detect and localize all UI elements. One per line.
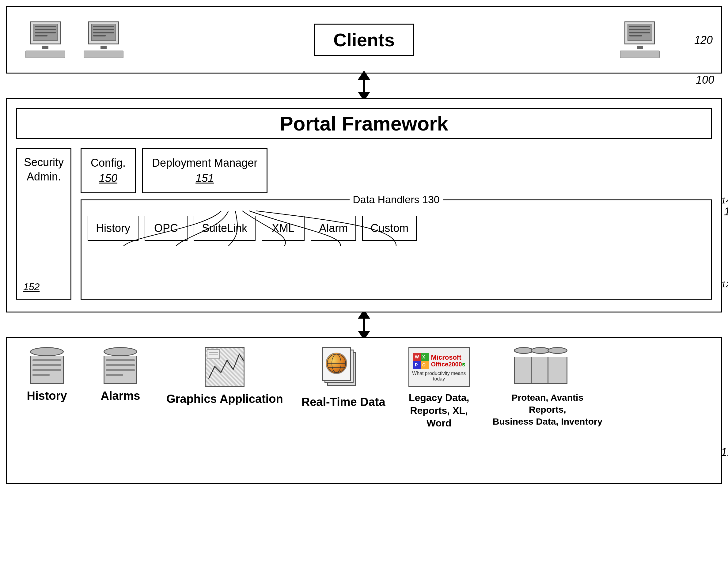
arrow-head-up-1 xyxy=(358,70,370,80)
multi-cylinder xyxy=(514,347,581,387)
security-admin-ref: 152 xyxy=(23,281,40,293)
monitor-screen-3 xyxy=(628,24,652,41)
graphics-app-label: Graphics Application xyxy=(166,392,283,407)
data-handlers-box: Data Handlers 130 History OPC xyxy=(81,199,712,300)
arrow-shaft-2 xyxy=(363,319,365,331)
alarms-label: Alarms xyxy=(101,388,140,403)
svg-rect-0 xyxy=(207,350,219,359)
handler-boxes: History OPC SuiteLink XML Alarm Custom xyxy=(88,216,705,241)
ref-140: 140 xyxy=(721,196,728,206)
portal-box: Portal Framework Security Admin. 152 Con… xyxy=(6,98,722,312)
svg-text:O: O xyxy=(422,362,426,367)
clients-box: Clients xyxy=(6,6,722,74)
opc-handler: OPC xyxy=(145,216,188,241)
mini-cylinder-3 xyxy=(548,347,567,384)
history-label: History xyxy=(27,388,67,403)
alarms-cylinder xyxy=(104,347,137,384)
alarms-item: Alarms xyxy=(93,347,148,403)
ref-100: 100 xyxy=(724,205,728,218)
curves-svg xyxy=(82,200,711,299)
svg-text:P: P xyxy=(415,362,418,367)
svg-text:X: X xyxy=(422,354,425,359)
history-handler: History xyxy=(88,216,138,241)
arrow-1 xyxy=(6,74,722,98)
ref-125: 125 xyxy=(721,280,728,290)
portal-framework-label: Portal Framework xyxy=(16,108,712,139)
ref-100-label: 100 xyxy=(696,74,714,86)
monitor-2 xyxy=(88,21,119,44)
computer-icon-1 xyxy=(25,21,65,58)
alarm-handler: Alarm xyxy=(311,216,356,241)
suitelink-handler: SuiteLink xyxy=(194,216,256,241)
svg-text:W: W xyxy=(415,354,419,359)
security-admin-text: Security Admin. xyxy=(23,155,64,184)
monitor-screen-2 xyxy=(91,24,116,41)
realtime-item: Real-Time Data xyxy=(301,347,385,410)
custom-handler: Custom xyxy=(362,216,417,241)
realtime-label: Real-Time Data xyxy=(301,395,385,410)
deploy-box: Deployment Manager 151 xyxy=(142,148,267,193)
office-icon: W X P O Microsoft Office2000s What produ… xyxy=(408,347,470,387)
monitor-1 xyxy=(30,21,61,44)
computer-icon-2 xyxy=(84,21,123,58)
legacy-item: W X P O Microsoft Office2000s What produ… xyxy=(404,347,474,430)
deploy-ref: 151 xyxy=(152,171,257,186)
arrow-shaft-1 xyxy=(363,80,365,92)
protean-item: Protean, AvantisReports,Business Data, I… xyxy=(493,347,602,427)
xml-handler: XML xyxy=(262,216,305,241)
monitor-3 xyxy=(624,21,655,44)
computer-icon-3 xyxy=(620,21,660,58)
realtime-stack xyxy=(322,347,362,390)
legacy-label: Legacy Data,Reports, XL,Word xyxy=(409,392,469,430)
data-handlers-label: Data Handlers 130 xyxy=(350,194,443,206)
protean-label: Protean, AvantisReports,Business Data, I… xyxy=(493,392,602,427)
security-admin-box: Security Admin. 152 xyxy=(16,148,71,300)
config-row: Config. 150 Deployment Manager 151 xyxy=(81,148,712,193)
config-label: Config. xyxy=(91,155,126,171)
graphics-app-item: Graphics Application xyxy=(166,347,283,407)
monitor-screen-1 xyxy=(33,24,58,41)
data-sources-box: History Alarms xyxy=(6,337,722,484)
config-ref: 150 xyxy=(91,171,126,186)
clients-label: Clients xyxy=(314,24,414,56)
history-item: History xyxy=(19,347,74,403)
config-box: Config. 150 xyxy=(81,148,136,193)
ref-120: 120 xyxy=(694,34,713,47)
history-cylinder xyxy=(30,347,64,384)
graphics-app-icon xyxy=(205,347,245,387)
arrow-2 xyxy=(6,312,722,337)
ref-110: 110 xyxy=(721,446,728,459)
deploy-label: Deployment Manager xyxy=(152,155,257,171)
